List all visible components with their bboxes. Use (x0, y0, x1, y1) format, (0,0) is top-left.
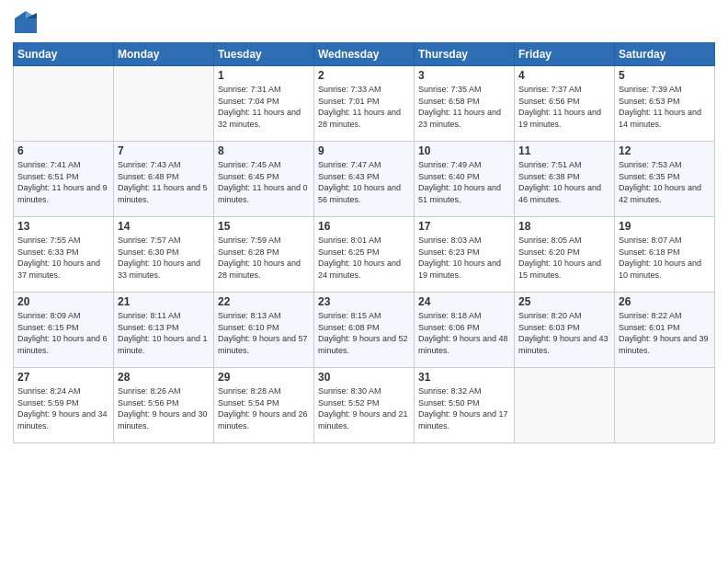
logo-icon (13, 9, 39, 35)
day-number: 19 (619, 220, 711, 233)
day-number: 30 (318, 371, 410, 384)
day-cell: 16Sunrise: 8:01 AMSunset: 6:25 PMDayligh… (314, 217, 415, 293)
day-number: 16 (318, 220, 410, 233)
day-info: Sunrise: 7:45 AMSunset: 6:45 PMDaylight:… (218, 159, 310, 205)
day-info: Sunrise: 8:09 AMSunset: 6:15 PMDaylight:… (17, 310, 109, 356)
day-cell: 29Sunrise: 8:28 AMSunset: 5:54 PMDayligh… (214, 368, 314, 443)
day-number: 23 (318, 295, 410, 308)
day-info: Sunrise: 7:49 AMSunset: 6:40 PMDaylight:… (418, 159, 510, 205)
day-number: 10 (418, 144, 510, 157)
day-number: 14 (118, 220, 210, 233)
day-number: 28 (118, 371, 210, 384)
day-cell: 18Sunrise: 8:05 AMSunset: 6:20 PMDayligh… (515, 217, 615, 293)
day-info: Sunrise: 7:53 AMSunset: 6:35 PMDaylight:… (619, 159, 711, 205)
day-number: 29 (218, 371, 310, 384)
day-cell: 5Sunrise: 7:39 AMSunset: 6:53 PMDaylight… (615, 66, 715, 142)
day-number: 11 (518, 144, 610, 157)
day-number: 3 (418, 69, 510, 82)
weekday-header-row: SundayMondayTuesdayWednesdayThursdayFrid… (14, 43, 715, 66)
day-cell: 11Sunrise: 7:51 AMSunset: 6:38 PMDayligh… (515, 142, 615, 217)
day-cell: 6Sunrise: 7:41 AMSunset: 6:51 PMDaylight… (14, 142, 114, 217)
day-cell: 22Sunrise: 8:13 AMSunset: 6:10 PMDayligh… (214, 293, 314, 368)
day-cell: 1Sunrise: 7:31 AMSunset: 7:04 PMDaylight… (214, 66, 314, 142)
day-info: Sunrise: 8:30 AMSunset: 5:52 PMDaylight:… (318, 385, 410, 431)
day-info: Sunrise: 8:22 AMSunset: 6:01 PMDaylight:… (619, 310, 711, 356)
day-cell: 12Sunrise: 7:53 AMSunset: 6:35 PMDayligh… (615, 142, 715, 217)
weekday-header-sunday: Sunday (14, 43, 114, 66)
day-cell: 28Sunrise: 8:26 AMSunset: 5:56 PMDayligh… (114, 368, 214, 443)
day-number: 4 (518, 69, 610, 82)
week-row-0: 1Sunrise: 7:31 AMSunset: 7:04 PMDaylight… (14, 66, 715, 142)
day-cell: 9Sunrise: 7:47 AMSunset: 6:43 PMDaylight… (314, 142, 415, 217)
header (13, 9, 715, 35)
day-info: Sunrise: 7:43 AMSunset: 6:48 PMDaylight:… (118, 159, 210, 205)
day-cell: 13Sunrise: 7:55 AMSunset: 6:33 PMDayligh… (14, 217, 114, 293)
weekday-header-wednesday: Wednesday (314, 43, 415, 66)
day-cell: 4Sunrise: 7:37 AMSunset: 6:56 PMDaylight… (515, 66, 615, 142)
day-number: 7 (118, 144, 210, 157)
day-info: Sunrise: 8:32 AMSunset: 5:50 PMDaylight:… (418, 385, 510, 431)
day-cell: 14Sunrise: 7:57 AMSunset: 6:30 PMDayligh… (114, 217, 214, 293)
day-number: 12 (619, 144, 711, 157)
day-cell: 15Sunrise: 7:59 AMSunset: 6:28 PMDayligh… (214, 217, 314, 293)
weekday-header-friday: Friday (515, 43, 615, 66)
day-number: 18 (518, 220, 610, 233)
day-info: Sunrise: 7:47 AMSunset: 6:43 PMDaylight:… (318, 159, 410, 205)
day-cell: 17Sunrise: 8:03 AMSunset: 6:23 PMDayligh… (415, 217, 515, 293)
day-cell: 3Sunrise: 7:35 AMSunset: 6:58 PMDaylight… (415, 66, 515, 142)
day-number: 31 (418, 371, 510, 384)
logo (13, 9, 40, 35)
day-info: Sunrise: 8:11 AMSunset: 6:13 PMDaylight:… (118, 310, 210, 356)
day-number: 1 (218, 69, 310, 82)
day-cell (114, 66, 214, 142)
day-number: 15 (218, 220, 310, 233)
calendar-container: SundayMondayTuesdayWednesdayThursdayFrid… (0, 0, 728, 563)
day-info: Sunrise: 7:55 AMSunset: 6:33 PMDaylight:… (17, 235, 109, 281)
day-number: 8 (218, 144, 310, 157)
day-cell: 21Sunrise: 8:11 AMSunset: 6:13 PMDayligh… (114, 293, 214, 368)
weekday-header-monday: Monday (114, 43, 214, 66)
day-cell: 24Sunrise: 8:18 AMSunset: 6:06 PMDayligh… (415, 293, 515, 368)
day-info: Sunrise: 8:28 AMSunset: 5:54 PMDaylight:… (218, 385, 310, 431)
day-number: 20 (17, 295, 109, 308)
day-number: 22 (218, 295, 310, 308)
day-info: Sunrise: 8:24 AMSunset: 5:59 PMDaylight:… (17, 385, 109, 431)
day-info: Sunrise: 8:13 AMSunset: 6:10 PMDaylight:… (218, 310, 310, 356)
calendar-table: SundayMondayTuesdayWednesdayThursdayFrid… (13, 42, 715, 443)
day-info: Sunrise: 7:35 AMSunset: 6:58 PMDaylight:… (418, 84, 510, 130)
day-info: Sunrise: 8:18 AMSunset: 6:06 PMDaylight:… (418, 310, 510, 356)
week-row-2: 13Sunrise: 7:55 AMSunset: 6:33 PMDayligh… (14, 217, 715, 293)
day-info: Sunrise: 7:41 AMSunset: 6:51 PMDaylight:… (17, 159, 109, 205)
day-number: 13 (17, 220, 109, 233)
day-number: 21 (118, 295, 210, 308)
day-cell: 23Sunrise: 8:15 AMSunset: 6:08 PMDayligh… (314, 293, 415, 368)
day-cell (615, 368, 715, 443)
day-cell: 7Sunrise: 7:43 AMSunset: 6:48 PMDaylight… (114, 142, 214, 217)
day-info: Sunrise: 7:59 AMSunset: 6:28 PMDaylight:… (218, 235, 310, 281)
weekday-header-thursday: Thursday (415, 43, 515, 66)
day-cell: 26Sunrise: 8:22 AMSunset: 6:01 PMDayligh… (615, 293, 715, 368)
day-number: 6 (17, 144, 109, 157)
day-cell: 10Sunrise: 7:49 AMSunset: 6:40 PMDayligh… (415, 142, 515, 217)
day-cell (515, 368, 615, 443)
day-cell: 19Sunrise: 8:07 AMSunset: 6:18 PMDayligh… (615, 217, 715, 293)
day-info: Sunrise: 8:05 AMSunset: 6:20 PMDaylight:… (518, 235, 610, 281)
day-info: Sunrise: 7:37 AMSunset: 6:56 PMDaylight:… (518, 84, 610, 130)
day-info: Sunrise: 8:03 AMSunset: 6:23 PMDaylight:… (418, 235, 510, 281)
day-info: Sunrise: 8:07 AMSunset: 6:18 PMDaylight:… (619, 235, 711, 281)
day-cell: 27Sunrise: 8:24 AMSunset: 5:59 PMDayligh… (14, 368, 114, 443)
day-number: 27 (17, 371, 109, 384)
day-info: Sunrise: 7:51 AMSunset: 6:38 PMDaylight:… (518, 159, 610, 205)
day-number: 17 (418, 220, 510, 233)
day-cell: 25Sunrise: 8:20 AMSunset: 6:03 PMDayligh… (515, 293, 615, 368)
day-number: 25 (518, 295, 610, 308)
day-number: 24 (418, 295, 510, 308)
day-info: Sunrise: 7:39 AMSunset: 6:53 PMDaylight:… (619, 84, 711, 130)
day-cell: 30Sunrise: 8:30 AMSunset: 5:52 PMDayligh… (314, 368, 415, 443)
day-cell: 8Sunrise: 7:45 AMSunset: 6:45 PMDaylight… (214, 142, 314, 217)
week-row-4: 27Sunrise: 8:24 AMSunset: 5:59 PMDayligh… (14, 368, 715, 443)
day-cell: 31Sunrise: 8:32 AMSunset: 5:50 PMDayligh… (415, 368, 515, 443)
day-number: 26 (619, 295, 711, 308)
week-row-3: 20Sunrise: 8:09 AMSunset: 6:15 PMDayligh… (14, 293, 715, 368)
day-info: Sunrise: 8:15 AMSunset: 6:08 PMDaylight:… (318, 310, 410, 356)
